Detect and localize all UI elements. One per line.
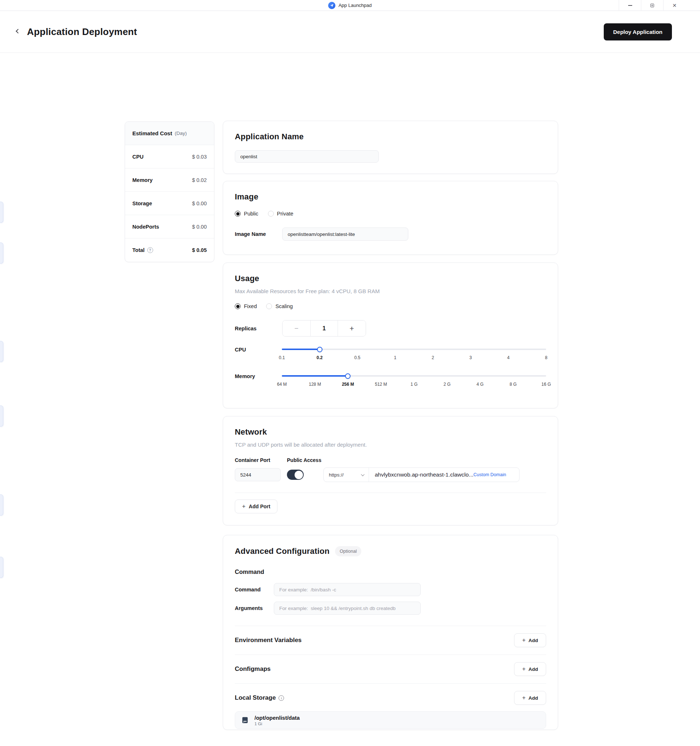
radio-label: Fixed [244, 303, 257, 309]
slider-fill [282, 375, 348, 377]
restore-icon [650, 4, 654, 7]
edge-peek-tab [0, 341, 3, 362]
radio-checked-icon [235, 211, 240, 217]
usage-subtitle: Max Available Resources for Free plan: 4… [235, 288, 546, 294]
cost-row-memory: Memory $ 0.02 [125, 168, 214, 192]
advanced-configuration-card: Advanced Configuration Optional Command … [223, 535, 558, 730]
cost-row-value: $ 0.00 [192, 224, 207, 230]
info-icon[interactable]: i [279, 695, 284, 701]
memory-label: Memory [235, 373, 282, 390]
memory-slider-handle[interactable] [345, 373, 351, 379]
replicas-stepper: − 1 + [282, 320, 366, 337]
edge-peek-tab [0, 495, 3, 516]
network-title: Network [235, 427, 546, 437]
chevron-down-icon [361, 472, 365, 476]
cost-row-value: $ 0.02 [192, 177, 207, 183]
main-content: Estimated Cost (Day) CPU $ 0.03 Memory $… [0, 53, 700, 746]
container-port-label: Container Port [235, 457, 287, 463]
app-identity: App Launchpad [328, 2, 371, 9]
tick-label: 128 M [309, 382, 321, 387]
add-port-label: Add Port [249, 504, 270, 509]
container-port-input[interactable] [235, 468, 281, 481]
configmaps-row: Configmaps + Add [235, 659, 546, 680]
add-configmap-button[interactable]: + Add [514, 662, 546, 676]
image-name-input[interactable] [282, 227, 408, 241]
custom-domain-link[interactable]: Custom Domain [473, 472, 506, 477]
arguments-input[interactable] [274, 602, 421, 615]
local-storage-item[interactable]: /opt/openlist/data 1 Gi [235, 711, 546, 729]
cost-row-label: NodePorts [132, 224, 159, 230]
application-name-input[interactable] [235, 150, 379, 162]
tick-label: 8 [545, 355, 548, 360]
close-button[interactable]: ✕ [663, 0, 685, 11]
usage-scaling-radio[interactable]: Scaling [266, 303, 293, 309]
domain-field: ahvlybxcnwob.ap-northeast-1.clawclo... C… [369, 468, 519, 482]
tick-label: 8 G [510, 382, 517, 387]
radio-unchecked-icon [266, 303, 272, 309]
cpu-label: CPU [235, 346, 282, 363]
domain-value: ahvlybxcnwob.ap-northeast-1.clawclo... [375, 471, 473, 478]
cost-row-total: Total ? $ 0.05 [125, 238, 214, 262]
cpu-slider-handle[interactable] [317, 347, 322, 352]
tick-label: 0.2 [317, 355, 323, 360]
tick-label: 512 M [375, 382, 387, 387]
add-environment-variable-button[interactable]: + Add [514, 633, 546, 647]
replicas-decrement-button[interactable]: − [282, 320, 310, 336]
divider [235, 493, 546, 493]
advanced-configuration-title: Advanced Configuration [235, 547, 330, 556]
cost-row-value: $ 0.03 [192, 154, 207, 160]
close-icon: ✕ [672, 3, 677, 8]
tick-label: 2 G [443, 382, 450, 387]
add-label: Add [529, 638, 538, 643]
add-port-button[interactable]: + Add Port [235, 499, 278, 513]
tick-label: 1 G [410, 382, 418, 387]
cost-header-unit: (Day) [175, 131, 187, 136]
usage-title: Usage [235, 274, 546, 283]
image-card: Image Public Private Image Name [223, 181, 558, 255]
add-label: Add [529, 666, 538, 672]
cost-row-label: Storage [132, 200, 152, 206]
cpu-slider: 0.1 0.2 0.5 1 2 3 4 8 [282, 346, 546, 363]
app-launchpad-icon [328, 2, 335, 9]
protocol-value: https:// [329, 472, 344, 478]
add-local-storage-button[interactable]: + Add [514, 691, 546, 705]
memory-slider: 64 M 128 M 256 M 512 M 1 G 2 G 4 G 8 G 1… [282, 373, 546, 390]
back-button[interactable] [15, 29, 21, 35]
replicas-value: 1 [310, 320, 338, 336]
tick-label: 0.1 [279, 355, 285, 360]
radio-label: Scaling [275, 303, 293, 309]
tick-label: 1 [394, 355, 396, 360]
radio-unchecked-icon [268, 211, 274, 217]
divider [235, 683, 546, 684]
public-access-toggle[interactable] [287, 469, 304, 480]
command-section-heading: Command [235, 569, 546, 575]
tick-label: 3 [470, 355, 472, 360]
cost-row-storage: Storage $ 0.00 [125, 192, 214, 215]
tick-label: 16 G [541, 382, 551, 387]
minimize-button[interactable] [619, 0, 641, 11]
replicas-label: Replicas [235, 326, 282, 331]
deploy-application-button[interactable]: Deploy Application [604, 23, 672, 41]
public-access-label: Public Access [287, 457, 321, 463]
question-icon[interactable]: ? [147, 247, 153, 253]
command-input[interactable] [274, 583, 421, 596]
replicas-increment-button[interactable]: + [338, 320, 366, 336]
cost-row-value: $ 0.00 [192, 200, 207, 206]
usage-fixed-radio[interactable]: Fixed [235, 303, 257, 309]
plus-icon: + [522, 695, 525, 701]
image-public-radio[interactable]: Public [235, 211, 258, 217]
radio-checked-icon [235, 303, 240, 309]
tick-label: 0.5 [355, 355, 361, 360]
tick-label: 64 M [277, 382, 287, 387]
plus-icon: + [522, 666, 525, 672]
drive-icon [241, 716, 249, 724]
page-title: Application Deployment [27, 26, 137, 38]
add-label: Add [529, 695, 538, 701]
toggle-knob [294, 471, 303, 479]
restore-button[interactable] [641, 0, 663, 11]
command-label: Command [235, 587, 274, 593]
tick-label: 256 M [342, 382, 354, 387]
divider [235, 654, 546, 655]
protocol-select[interactable]: https:// [324, 468, 369, 482]
image-private-radio[interactable]: Private [268, 211, 293, 217]
